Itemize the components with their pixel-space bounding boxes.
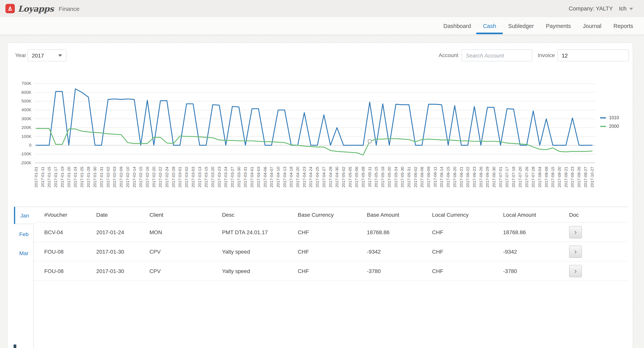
- account-search-input[interactable]: [462, 49, 532, 61]
- svg-text:2017-06-21: 2017-06-21: [459, 167, 464, 187]
- cell-voucher: FOU-08: [44, 268, 96, 274]
- invoice-input[interactable]: [558, 49, 629, 61]
- svg-text:2017-07-20: 2017-07-20: [518, 167, 522, 187]
- brand-logo[interactable]: Loyapps Finance: [6, 4, 80, 13]
- tab-journal[interactable]: Journal: [583, 23, 601, 29]
- account-label: Account: [439, 49, 458, 61]
- svg-text:2017-08-23: 2017-08-23: [570, 167, 574, 187]
- col-voucher: #Voucher: [44, 211, 96, 218]
- svg-text:2017-04-28: 2017-04-28: [328, 167, 333, 187]
- logo-wordmark: Loyapps: [18, 5, 54, 13]
- svg-text:2017-04-13: 2017-04-13: [282, 167, 287, 187]
- svg-text:2017-04-30: 2017-04-30: [334, 167, 339, 187]
- svg-text:2017-05-11: 2017-05-11: [368, 167, 372, 187]
- col-base-currency: Base Currency: [298, 211, 367, 218]
- month-tab-feb[interactable]: Feb: [14, 229, 34, 239]
- svg-text:2017-07-17: 2017-07-17: [505, 167, 509, 187]
- svg-text:2017-04-20: 2017-04-20: [296, 167, 300, 187]
- svg-text:2017-02-09: 2017-02-09: [119, 167, 123, 187]
- svg-text:2017-02-24: 2017-02-24: [164, 167, 169, 188]
- chevron-down-icon: [629, 8, 633, 10]
- cell-client: CPV: [150, 268, 222, 274]
- svg-text:2017-05-31: 2017-05-31: [406, 167, 411, 187]
- doc-open-button[interactable]: ›: [569, 226, 582, 238]
- tab-cash[interactable]: Cash: [483, 23, 496, 29]
- tab-payments[interactable]: Payments: [546, 23, 571, 29]
- svg-text:2017-01-30: 2017-01-30: [92, 167, 97, 187]
- svg-text:-200K: -200K: [20, 160, 32, 165]
- svg-text:2017-05-30: 2017-05-30: [400, 167, 404, 187]
- month-tab-mar[interactable]: Mar: [14, 248, 34, 258]
- svg-text:500K: 500K: [22, 99, 32, 104]
- user-name: Ich: [619, 6, 626, 12]
- cell-local-currency: CHF: [432, 229, 503, 235]
- svg-text:2017-06-26: 2017-06-26: [479, 167, 483, 187]
- svg-text:2017-04-06: 2017-04-06: [263, 167, 267, 187]
- legend-swatch-1010: [600, 117, 606, 118]
- month-tab-jan[interactable]: Jan: [14, 207, 34, 224]
- year-select-value: 2017: [28, 52, 58, 59]
- svg-text:2017-02-16: 2017-02-16: [145, 167, 150, 187]
- svg-text:100K: 100K: [22, 134, 32, 139]
- svg-text:2017-04-10: 2017-04-10: [276, 167, 280, 187]
- svg-text:700K: 700K: [22, 81, 32, 86]
- legend-item-1010: 1010: [600, 113, 619, 122]
- svg-text:2017-06-30: 2017-06-30: [492, 167, 496, 187]
- col-doc: Doc: [569, 211, 628, 218]
- svg-text:2017-08-08: 2017-08-08: [544, 167, 548, 187]
- user-menu[interactable]: Ich: [619, 6, 633, 12]
- svg-text:2017-08-15: 2017-08-15: [550, 167, 555, 187]
- svg-text:2017-02-20: 2017-02-20: [152, 167, 156, 187]
- tab-reports[interactable]: Reports: [613, 23, 633, 29]
- svg-text:2017-06-22: 2017-06-22: [466, 167, 470, 187]
- app-name: Finance: [59, 5, 80, 12]
- tab-subledger[interactable]: Subledger: [508, 23, 534, 29]
- doc-open-button[interactable]: ›: [569, 265, 582, 277]
- cell-date: 2017-01-30: [96, 248, 150, 255]
- svg-text:2017-06-23: 2017-06-23: [472, 167, 476, 187]
- svg-text:2017-02-10: 2017-02-10: [126, 167, 130, 187]
- svg-text:2017-05-02: 2017-05-02: [341, 167, 346, 187]
- svg-text:2017-04-27: 2017-04-27: [322, 167, 326, 187]
- svg-text:2017-07-26: 2017-07-26: [524, 167, 529, 187]
- svg-text:2017-03-20: 2017-03-20: [210, 167, 215, 187]
- cell-voucher: BCV-04: [44, 229, 96, 235]
- svg-text:2017-04-24: 2017-04-24: [308, 167, 313, 188]
- year-select[interactable]: 2017: [28, 49, 66, 61]
- svg-text:400K: 400K: [22, 107, 32, 112]
- cell-local-amount: -9342: [503, 248, 569, 255]
- col-base-amount: Base Amount: [367, 211, 432, 218]
- svg-text:2017-05-15: 2017-05-15: [374, 167, 378, 187]
- cell-local-currency: CHF: [432, 268, 503, 274]
- invoice-label: Invoice: [538, 49, 555, 61]
- cell-local-amount: -3780: [503, 268, 569, 274]
- legend-item-2000: 2000: [600, 122, 619, 131]
- svg-text:2017-04-25: 2017-04-25: [315, 167, 320, 187]
- svg-text:-100K: -100K: [20, 151, 32, 156]
- tab-dashboard[interactable]: Dashboard: [444, 23, 471, 29]
- svg-text:2017-06-09: 2017-06-09: [426, 167, 431, 187]
- cell-voucher: FOU-08: [44, 248, 96, 255]
- svg-text:2017-04-03: 2017-04-03: [256, 167, 261, 187]
- svg-text:2017-01-11: 2017-01-11: [40, 167, 45, 187]
- svg-text:2017-06-14: 2017-06-14: [439, 167, 444, 188]
- svg-text:2017-05-08: 2017-05-08: [361, 167, 365, 187]
- svg-text:2017-06-06: 2017-06-06: [420, 167, 424, 187]
- svg-text:2017-05-20: 2017-05-20: [387, 167, 392, 187]
- cell-base-amount: -3780: [367, 268, 432, 274]
- svg-text:2017-04-07: 2017-04-07: [269, 167, 274, 187]
- col-desc: Desc: [222, 211, 298, 218]
- svg-text:2017-05-05: 2017-05-05: [348, 167, 352, 187]
- main-nav: Dashboard Cash Subledger Payments Journa…: [0, 17, 644, 35]
- doc-open-button[interactable]: ›: [569, 245, 582, 258]
- svg-text:0: 0: [29, 143, 32, 148]
- svg-text:2017-06-02: 2017-06-02: [413, 167, 418, 187]
- svg-text:2017-01-28: 2017-01-28: [86, 167, 91, 187]
- svg-text:2017-05-06: 2017-05-06: [354, 167, 359, 187]
- cell-date: 2017-01-24: [96, 229, 150, 235]
- svg-text:2017-02-28: 2017-02-28: [171, 167, 176, 187]
- content-card: Year 2017 Account Invoice 700K600K500K40…: [7, 42, 633, 348]
- svg-text:2017-04-23: 2017-04-23: [302, 167, 306, 187]
- cell-desc: Yalty speed: [222, 268, 298, 274]
- svg-text:2017-08-20: 2017-08-20: [557, 167, 562, 187]
